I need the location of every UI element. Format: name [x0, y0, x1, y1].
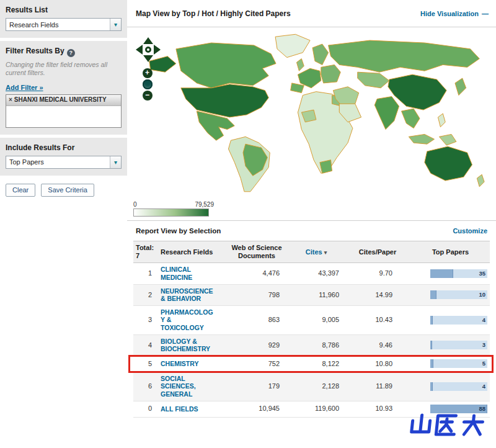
sidebar-buttons: Clear Save Criteria [0, 179, 127, 197]
cites-per-paper-value: 9.46 [344, 341, 411, 349]
report-view-header: Report View by Selection Customize [127, 220, 496, 241]
map-region-central-asia[interactable] [358, 72, 389, 88]
map-region-scandinavia[interactable] [312, 44, 329, 65]
cites-per-paper-value: 10.93 [344, 405, 411, 413]
map-country-india[interactable] [374, 97, 399, 130]
map-country-usa[interactable] [181, 84, 268, 117]
map-country-philippines[interactable] [438, 114, 445, 127]
documents-value: 798 [225, 291, 288, 299]
row-rank: 3 [133, 316, 157, 324]
results-list-dropdown[interactable]: Research Fields ▾ [6, 18, 122, 31]
help-icon[interactable]: ? [67, 49, 75, 57]
table-header-row: Total: 7 Research Fields Web of Science … [133, 241, 490, 263]
pan-left-icon[interactable] [136, 45, 143, 55]
map-region-east-europe[interactable] [321, 65, 340, 83]
cites-per-paper-value: 14.99 [344, 291, 411, 299]
map-country-greenland[interactable] [275, 34, 310, 57]
active-filter-list: ×SHANXI MEDICAL UNIVERSITY [6, 94, 122, 128]
cites-per-paper-value: 10.80 [344, 360, 411, 368]
row-rank: 4 [133, 341, 157, 349]
map-country-south-africa[interactable] [320, 160, 332, 174]
top-papers-value: 5 [482, 360, 485, 367]
total-count: Total: 7 [133, 244, 157, 260]
pan-center-icon[interactable] [145, 47, 151, 53]
chevron-down-icon[interactable]: ▾ [110, 156, 121, 168]
top-papers-bar: 3 [430, 341, 487, 349]
research-field-link[interactable]: BIOLOGY & BIOCHEMISTRY [161, 338, 214, 353]
legend-min-label: 0 [133, 201, 137, 208]
documents-value: 929 [225, 341, 288, 349]
zoom-in-button[interactable]: + [143, 68, 153, 78]
top-papers-bar: 4 [430, 382, 487, 391]
add-filter-link[interactable]: Add Filter » [6, 84, 43, 91]
table-row-chemistry-highlighted: 5 CHEMISTRY 752 8,122 10.80 5 [133, 356, 490, 372]
cites-value: 119,600 [288, 405, 344, 413]
include-results-section: Include Results For Top Papers ▾ [0, 138, 127, 176]
pan-right-icon[interactable] [154, 45, 161, 55]
cites-value: 8,122 [288, 360, 344, 368]
map-zoom-control: + − [142, 68, 153, 101]
map-pan-control [136, 37, 161, 62]
hide-visualization-label: Hide Visualization [420, 10, 479, 17]
include-results-dropdown[interactable]: Top Papers ▾ [6, 156, 122, 169]
map-country-canada[interactable] [176, 43, 276, 88]
map-region-se-asia[interactable] [401, 109, 419, 128]
documents-value: 10,945 [225, 405, 288, 413]
map-country-spain[interactable] [291, 83, 304, 93]
map-region-indonesia-east[interactable] [439, 134, 456, 145]
top-papers-value: 4 [482, 316, 485, 323]
zoom-out-button[interactable]: − [143, 91, 153, 101]
globe-icon[interactable] [143, 79, 153, 89]
map-legend: 0 79,529 [133, 201, 214, 217]
row-rank: 0 [133, 405, 157, 413]
map-country-japan[interactable] [455, 78, 466, 96]
row-rank: 2 [133, 291, 157, 299]
cites-value: 8,786 [288, 341, 344, 349]
clear-button[interactable]: Clear [6, 184, 35, 197]
table-row: 6 SOCIAL SCIENCES, GENERAL 179 2,128 11.… [133, 372, 490, 401]
collapse-icon: — [482, 10, 489, 17]
column-header-cites[interactable]: Cites▾ [288, 248, 344, 256]
report-view-title: Report View by Selection [136, 227, 221, 235]
world-choropleth-map[interactable] [138, 30, 489, 199]
top-papers-bar: 5 [430, 359, 487, 368]
top-papers-value: 10 [479, 291, 485, 298]
results-list-label: Results List [6, 6, 122, 14]
chevron-down-icon[interactable]: ▾ [110, 19, 121, 30]
save-criteria-button[interactable]: Save Criteria [41, 184, 94, 197]
column-header-research-fields: Research Fields [157, 248, 225, 256]
hide-visualization-link[interactable]: Hide Visualization — [420, 10, 489, 17]
pan-up-icon[interactable] [143, 37, 153, 44]
cites-header-label: Cites [306, 248, 322, 256]
column-header-documents: Web of Science Documents [225, 244, 288, 260]
research-field-link[interactable]: NEUROSCIENCE & BEHAVIOR [161, 287, 214, 303]
map-region-indonesia[interactable] [409, 134, 434, 144]
top-papers-bar-fill [430, 290, 436, 299]
legend-gradient-bar [133, 208, 209, 217]
top-papers-value: 35 [479, 270, 485, 277]
table-row: 2 NEUROSCIENCE & BEHAVIOR 798 11,960 14.… [133, 285, 490, 306]
research-field-link[interactable]: ALL FIELDS [161, 405, 214, 413]
pan-down-icon[interactable] [143, 55, 153, 62]
map-country-russia[interactable] [329, 40, 480, 72]
table-row: 1 CLINICAL MEDICINE 4,476 43,397 9.70 35 [133, 263, 490, 284]
table-row: 3 PHARMACOLOGY & TOXICOLOGY 863 9,005 10… [133, 306, 490, 335]
research-field-link[interactable]: CLINICAL MEDICINE [161, 266, 214, 281]
remove-filter-icon[interactable]: × [9, 96, 12, 103]
customize-link[interactable]: Customize [453, 227, 487, 235]
results-list-section: Results List Research Fields ▾ [0, 0, 127, 38]
research-field-link[interactable]: CHEMISTRY [161, 360, 214, 368]
row-rank: 1 [133, 269, 157, 277]
top-papers-bar: 4 [430, 316, 487, 325]
research-field-link[interactable]: SOCIAL SCIENCES, GENERAL [161, 375, 214, 398]
cites-value: 2,128 [288, 382, 344, 390]
research-field-link[interactable]: PHARMACOLOGY & TOXICOLOGY [161, 308, 214, 332]
cites-per-paper-value: 9.70 [344, 269, 411, 277]
map-country-new-zealand[interactable] [477, 174, 484, 187]
results-list-dropdown-value: Research Fields [6, 21, 58, 29]
active-filter-item[interactable]: ×SHANXI MEDICAL UNIVERSITY [6, 95, 121, 107]
documents-value: 863 [225, 316, 288, 324]
map-country-uk[interactable] [296, 59, 304, 71]
map-country-australia[interactable] [425, 146, 472, 181]
world-map-area: + − 0 79,529 [127, 27, 496, 220]
